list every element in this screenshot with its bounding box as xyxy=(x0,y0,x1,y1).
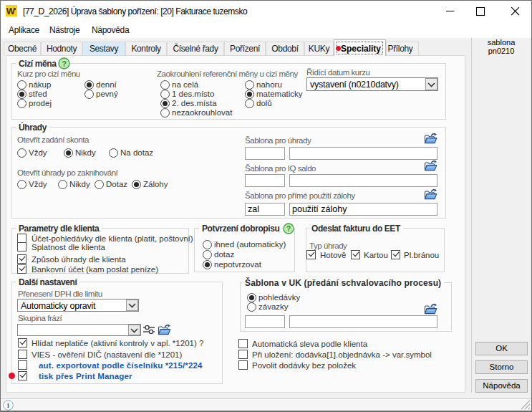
svg-text:i: i xyxy=(7,401,9,409)
svg-text:?: ? xyxy=(62,59,67,68)
svg-text:?: ? xyxy=(286,224,291,233)
